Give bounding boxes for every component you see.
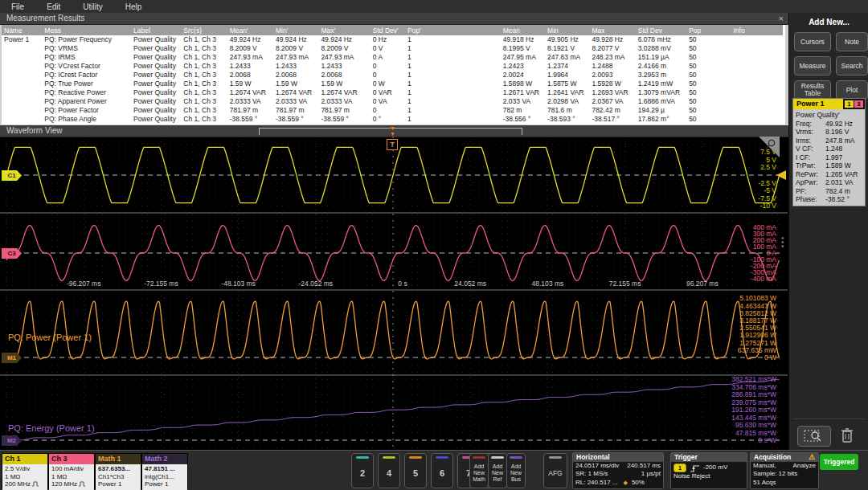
measurement-cell: 247.93 mA xyxy=(273,53,318,62)
measurement-results-title: Measurement Results xyxy=(6,14,84,22)
measurement-cell: 50 xyxy=(686,35,731,44)
measurement-cell: 8.2009 V xyxy=(318,44,370,53)
channel-5-button[interactable]: 5 xyxy=(404,453,427,488)
measurement-cell: 247.93 mA xyxy=(318,53,370,62)
measurement-cell: 49.924 Hz xyxy=(273,35,318,44)
measurement-cell: 8.2077 V xyxy=(589,44,635,53)
trigger-position-icon[interactable]: ▼ xyxy=(390,125,395,131)
measurement-row[interactable]: Power 1PQ: Power FrequencyPower QualityC… xyxy=(2,35,783,44)
measurement-results-titlebar[interactable]: Measurement Results × xyxy=(0,13,788,25)
menu-help[interactable]: Help xyxy=(114,1,154,13)
measurement-cell: 6.078 mHz xyxy=(636,35,686,44)
measurement-row[interactable]: PQ: Phase AnglePower QualityCh 1, Ch 3-3… xyxy=(2,115,783,124)
channel-badge-math1[interactable]: Math 1637.6353...Ch1*Ch3Power 1 xyxy=(95,453,141,489)
triggered-status-badge: Triggered xyxy=(820,454,858,470)
acquisition-panel[interactable]: Acquisition⚠ Manual,Analyze Sample: 12 b… xyxy=(750,452,819,489)
column-header: Min' xyxy=(273,25,318,35)
measurement-cell xyxy=(731,106,783,115)
add-new-measure-button[interactable]: Measure xyxy=(794,56,831,76)
column-header: Name xyxy=(2,25,42,35)
add-new-search-button[interactable]: Search xyxy=(836,56,868,76)
trigger-level: -200 mV xyxy=(703,463,727,472)
svg-text:-72.155 ms: -72.155 ms xyxy=(144,280,178,288)
menu-edit[interactable]: Edit xyxy=(35,1,72,13)
measurement-cell: 1.5898 W xyxy=(501,80,545,88)
measurement-cell: PQ: VRMS xyxy=(42,44,131,53)
menu-utility[interactable]: Utility xyxy=(72,1,113,13)
measurement-row[interactable]: PQ: VCrest FactorPower QualityCh 1, Ch 3… xyxy=(2,62,783,71)
measurement-cell: 1 xyxy=(405,106,501,115)
measurement-row[interactable]: PQ: Reactive PowerPower QualityCh 1, Ch … xyxy=(2,88,783,97)
measurement-cell: Power Quality xyxy=(131,44,181,53)
channel-badge-ch3[interactable]: Ch 3100 mA/div1 MΩ120 MHz xyxy=(48,453,95,489)
measurement-results-panel: Measurement Results × NameMeasLabelSrc(s… xyxy=(0,13,789,125)
acq-sample-bits: Sample: 12 bits xyxy=(753,470,797,478)
channel-2-button[interactable]: 2 xyxy=(351,453,374,488)
measurement-cell: 0 ° xyxy=(371,115,405,124)
measurement-cell: Power Quality xyxy=(131,97,181,106)
menu-file[interactable]: File xyxy=(0,1,35,13)
measurement-row[interactable]: PQ: True PowerPower QualityCh 1, Ch 31.5… xyxy=(2,80,783,88)
trash-button[interactable] xyxy=(839,427,855,444)
measurement-cell: PQ: Power Frequency xyxy=(42,35,131,44)
measurement-cell: PQ: ICrest Factor xyxy=(42,71,131,80)
add-new-results-table-button[interactable]: Results Table xyxy=(794,80,831,100)
measurement-cell: 1 xyxy=(405,44,501,53)
channel-4-button[interactable]: 4 xyxy=(378,453,400,488)
measurement-cell: 1.2693 VAR xyxy=(589,88,635,97)
add-new-bus-button[interactable]: AddNewBus xyxy=(506,453,526,488)
horizontal-panel[interactable]: Horizontal 24.0517 ms/div240.517 ms SR: … xyxy=(572,452,664,489)
measurement-cell xyxy=(2,115,42,124)
acq-mode: Manual, xyxy=(753,462,776,470)
panel-drag-handle[interactable]: ••• xyxy=(781,236,784,248)
measurement-cell: PQ: Reactive Power xyxy=(42,88,131,97)
zoom-mode-button[interactable] xyxy=(797,426,831,447)
measurement-cell: 49.928 Hz xyxy=(589,35,635,44)
measurement-cell: 1.2433 xyxy=(227,62,273,71)
close-icon[interactable]: × xyxy=(779,13,784,24)
measurement-cell xyxy=(731,53,783,62)
add-new-math-button[interactable]: AddNewMath xyxy=(469,453,489,488)
measurement-cell: 2.033 VA xyxy=(501,97,545,106)
measurement-cell: 781.97 m xyxy=(273,106,318,115)
warning-icon: ⚠ xyxy=(809,453,815,462)
channel-badge-ch1[interactable]: Ch 12.5 V/div1 MΩ200 MHz xyxy=(2,453,48,489)
add-new-plot-button[interactable]: Plot xyxy=(836,80,868,100)
add-new-ref-button[interactable]: AddNewRef xyxy=(488,453,507,488)
measurement-cell: 1 xyxy=(405,88,501,97)
measurement-cell: Ch 1, Ch 3 xyxy=(181,106,227,115)
measurement-row[interactable]: PQ: Apparent PowerPower QualityCh 1, Ch … xyxy=(2,97,783,106)
measurement-cell: 49.924 Hz xyxy=(227,35,273,44)
measurement-row[interactable]: PQ: Power FactorPower QualityCh 1, Ch 37… xyxy=(2,106,783,115)
measurement-row[interactable]: PQ: VRMSPower QualityCh 1, Ch 38.2009 V8… xyxy=(2,44,783,53)
measurement-cell: 1.6886 mVA xyxy=(636,97,686,106)
measurement-row[interactable]: PQ: ICrest FactorPower QualityCh 1, Ch 3… xyxy=(2,71,783,80)
readout-row: ApPwr:2.031 VA xyxy=(796,178,862,187)
afg-button[interactable]: AFG xyxy=(543,453,567,488)
measurement-cell: PQ: True Power xyxy=(42,80,131,88)
measurement-cell: 1.2423 xyxy=(501,62,545,71)
column-header: Max' xyxy=(318,25,370,35)
measurement-cell: Power Quality xyxy=(131,62,181,71)
channel-badge-math2[interactable]: Math 247.8151 ...intg(Ch1...Power 1 xyxy=(141,453,188,489)
add-new-cursors-button[interactable]: Cursors xyxy=(794,32,831,51)
measurement-cell: 50 xyxy=(686,44,731,53)
measurement-cell: Power Quality xyxy=(131,106,181,115)
measurement-cell: 50 xyxy=(686,53,731,62)
measurement-cell: 8.2009 V xyxy=(227,44,273,53)
expansion-point-icon[interactable]: ▼ xyxy=(390,131,395,137)
waveform-canvas[interactable]: 7.5 V5 V2.5 V-2.5 V-5 V-7.5 V-10 V400 mA… xyxy=(0,137,788,448)
measurement-cell: 1.2374 xyxy=(545,62,589,71)
measurement-row[interactable]: PQ: IRMSPower QualityCh 1, Ch 3247.93 mA… xyxy=(2,53,783,62)
svg-text:48.103 ms: 48.103 ms xyxy=(532,280,564,288)
channel-badge-title: Math 2 xyxy=(142,454,187,464)
channel-badge-info: 2.5 V/div1 MΩ200 MHz xyxy=(2,464,47,490)
channel-6-button[interactable]: 6 xyxy=(431,453,453,488)
measurement-table[interactable]: NameMeasLabelSrc(s)Mean'Min'Max'Std Dev'… xyxy=(2,25,785,125)
measurement-cell xyxy=(731,44,783,53)
power1-results-badge[interactable]: Power 1 13 Power Quality' Freq:49.92 HzV… xyxy=(792,98,866,206)
trigger-panel[interactable]: Trigger 1 -200 mV Noise Reject xyxy=(670,452,747,489)
measurement-cell: 1 xyxy=(405,71,501,80)
measurement-cell: 1 xyxy=(405,62,501,71)
add-new-note-button[interactable]: Note xyxy=(836,32,868,51)
